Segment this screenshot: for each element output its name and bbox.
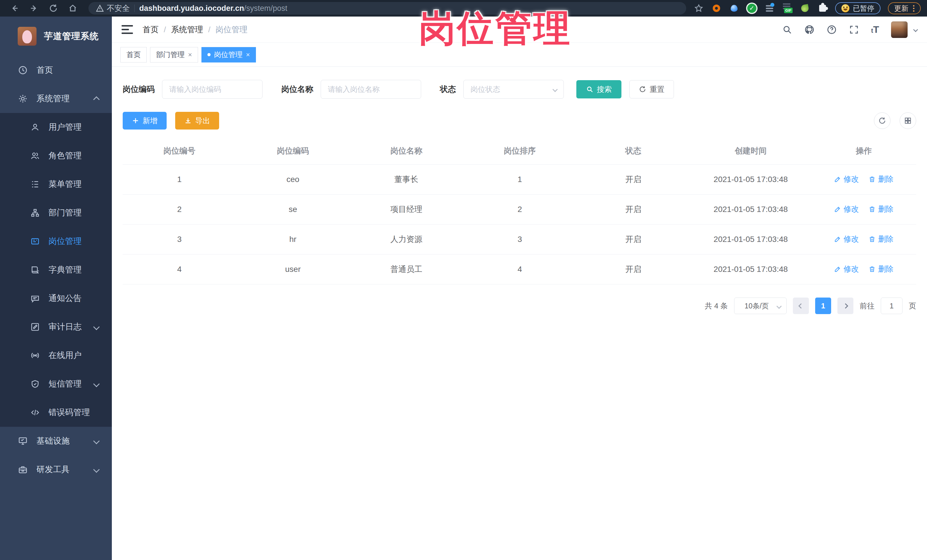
cell-sort: 3: [463, 225, 577, 255]
tab-label: 首页: [126, 50, 141, 59]
extensions-puzzle-icon[interactable]: [818, 3, 828, 14]
edit-link[interactable]: 修改: [834, 204, 859, 214]
add-button[interactable]: 新增: [123, 112, 167, 129]
close-icon[interactable]: ×: [246, 51, 250, 59]
cell-actions: 修改删除: [812, 255, 916, 284]
extension-gif-icon[interactable]: GIF: [782, 3, 792, 14]
sidebar-item-system[interactable]: 系统管理: [0, 85, 112, 113]
back-icon[interactable]: [6, 2, 23, 15]
gear-icon: [18, 94, 28, 104]
sidebar-item-devtools[interactable]: 研发工具: [0, 455, 112, 484]
status-select[interactable]: [464, 80, 564, 99]
extension-drop-icon[interactable]: [729, 3, 739, 14]
help-icon[interactable]: [827, 24, 837, 35]
user-avatar[interactable]: [891, 21, 907, 38]
sidebar-item-dict[interactable]: 字典管理: [0, 256, 112, 284]
edit-link[interactable]: 修改: [834, 174, 859, 184]
font-size-icon[interactable]: tT: [871, 24, 879, 35]
collapse-sidebar-icon[interactable]: [122, 25, 133, 34]
divider: [134, 5, 135, 12]
search-button[interactable]: 搜索: [576, 80, 622, 99]
extension-orange-icon[interactable]: [711, 3, 722, 14]
breadcrumb-system[interactable]: 系统管理: [171, 24, 203, 35]
toolbox-icon: [18, 464, 28, 475]
reload-icon[interactable]: [45, 2, 62, 15]
delete-link[interactable]: 删除: [869, 204, 894, 214]
extension-check-icon[interactable]: ✓: [747, 3, 757, 14]
sidebar-item-online-users[interactable]: 在线用户: [0, 341, 112, 370]
user-icon: [30, 122, 40, 132]
breadcrumb-home[interactable]: 首页: [143, 24, 159, 35]
col-post-name: 岗位名称: [350, 138, 463, 165]
forward-icon[interactable]: [26, 2, 42, 15]
delete-link[interactable]: 删除: [869, 174, 894, 184]
sidebar-item-infrastructure[interactable]: 基础设施: [0, 427, 112, 455]
page-number-1[interactable]: 1: [815, 297, 831, 314]
chevron-down-icon: [93, 466, 100, 473]
avatar-caret-icon[interactable]: [913, 27, 918, 32]
home-icon[interactable]: [64, 2, 81, 15]
delete-link[interactable]: 删除: [869, 234, 894, 244]
reset-button[interactable]: 重置: [629, 80, 674, 99]
tab-home[interactable]: 首页: [120, 47, 147, 62]
next-page-button[interactable]: [837, 297, 853, 314]
table-header-row: 岗位编号 岗位编码 岗位名称 岗位排序 状态 创建时间 操作: [123, 138, 916, 165]
page-size-value: 10条/页: [734, 297, 787, 314]
sidebar-item-label: 在线用户: [49, 350, 82, 361]
filter-form: 岗位编码 岗位名称 状态 搜索: [123, 80, 916, 99]
close-icon[interactable]: ×: [188, 51, 192, 59]
fullscreen-icon[interactable]: [849, 24, 859, 35]
sidebar-item-posts[interactable]: 岗位管理: [0, 227, 112, 256]
update-button[interactable]: 更新: [888, 2, 921, 14]
address-bar[interactable]: 不安全 dashboard.yudao.iocoder.cn/system/po…: [88, 2, 686, 15]
sidebar-item-label: 岗位管理: [49, 236, 82, 247]
cell-created: 2021-01-05 17:03:48: [690, 194, 811, 225]
sidebar-item-home[interactable]: 首页: [0, 56, 112, 85]
sidebar-item-notice[interactable]: 通知公告: [0, 284, 112, 313]
not-secure-warning[interactable]: 不安全: [96, 3, 130, 14]
github-icon[interactable]: [804, 24, 815, 35]
prev-page-button[interactable]: [793, 297, 809, 314]
post-name-input[interactable]: [321, 80, 421, 99]
paused-badge[interactable]: 已暂停: [835, 2, 880, 14]
cell-name: 董事长: [350, 165, 463, 194]
sidebar-item-audit-log[interactable]: 审计日志: [0, 313, 112, 341]
extension-sprout-icon[interactable]: [800, 3, 810, 14]
cell-sort: 2: [463, 194, 577, 225]
status-select-input[interactable]: [464, 80, 564, 99]
shield-icon: [30, 379, 40, 389]
sidebar-item-users[interactable]: 用户管理: [0, 113, 112, 141]
breadcrumb: 首页 / 系统管理 / 岗位管理: [143, 24, 248, 35]
browser-menu-icon[interactable]: [913, 5, 915, 12]
cell-code: hr: [236, 225, 350, 255]
edit-link[interactable]: 修改: [834, 234, 859, 244]
sidebar-item-label: 菜单管理: [49, 179, 82, 190]
sidebar-item-departments[interactable]: 部门管理: [0, 199, 112, 227]
export-button[interactable]: 导出: [175, 112, 219, 129]
system-submenu: 用户管理 角色管理 菜单管理 部门管理 岗位管理: [0, 113, 112, 427]
sidebar-item-label: 系统管理: [36, 93, 86, 105]
tab-posts[interactable]: 岗位管理 ×: [201, 47, 256, 62]
sidebar-item-menus[interactable]: 菜单管理: [0, 170, 112, 199]
page-size-select[interactable]: 10条/页: [734, 297, 787, 314]
column-settings-button[interactable]: [900, 112, 916, 129]
badge-icon: [30, 237, 40, 246]
tab-departments[interactable]: 部门管理 ×: [150, 47, 198, 62]
sidebar-item-label: 短信管理: [49, 378, 86, 390]
sidebar-item-sms[interactable]: 短信管理: [0, 370, 112, 398]
cell-actions: 修改删除: [812, 225, 916, 255]
page-url[interactable]: dashboard.yudao.iocoder.cn/system/post: [139, 4, 287, 13]
sidebar-item-roles[interactable]: 角色管理: [0, 141, 112, 170]
search-icon[interactable]: [782, 24, 792, 35]
delete-link[interactable]: 删除: [869, 264, 894, 274]
goto-page-input[interactable]: [881, 297, 903, 314]
cell-sort: 4: [463, 255, 577, 284]
edit-link[interactable]: 修改: [834, 264, 859, 274]
refresh-table-button[interactable]: [874, 112, 891, 129]
announcement-icon: [30, 294, 40, 303]
extension-sliders-icon[interactable]: [764, 3, 775, 14]
post-code-input[interactable]: [162, 80, 263, 99]
app-logo-row[interactable]: 芋道管理系统: [0, 17, 112, 56]
sidebar-item-error-codes[interactable]: 错误码管理: [0, 398, 112, 427]
bookmark-star-icon[interactable]: [694, 3, 704, 14]
